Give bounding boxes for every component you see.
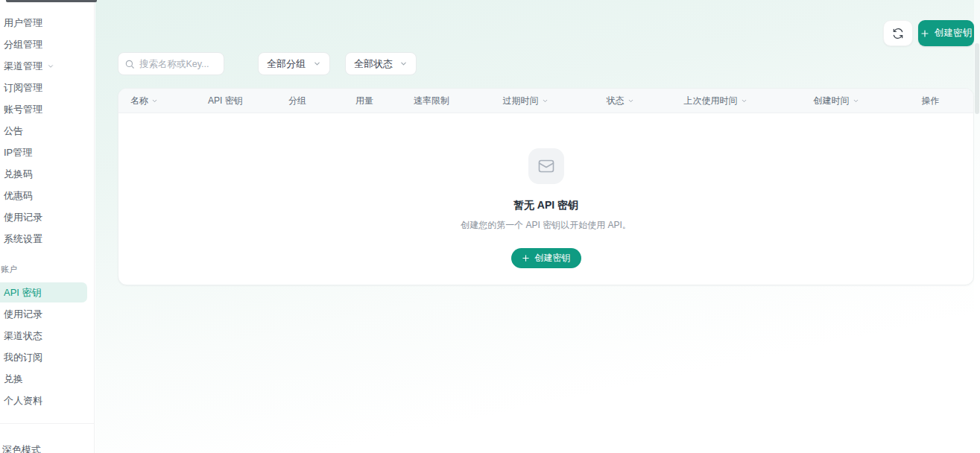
group-filter-select[interactable]: 全部分组 bbox=[258, 52, 330, 75]
create-key-button[interactable]: 创建密钥 bbox=[918, 20, 974, 46]
sidebar-item-announcement[interactable]: 公告 bbox=[0, 121, 87, 141]
sidebar-item-label: 公告 bbox=[4, 124, 23, 138]
sidebar-item-label: 使用记录 bbox=[4, 211, 42, 224]
sort-chevron-icon bbox=[741, 98, 747, 104]
sort-chevron-icon bbox=[151, 98, 158, 104]
chevron-down-icon bbox=[313, 60, 321, 68]
column-header-group: 分组 bbox=[260, 95, 335, 107]
scrollbar-track[interactable] bbox=[974, 0, 980, 453]
empty-state: 暂无 API 密钥 创建您的第一个 API 密钥以开始使用 API。 创建密钥 bbox=[118, 113, 973, 268]
sidebar-item-label: 兑换码 bbox=[4, 168, 33, 181]
column-header-expiry-time[interactable]: 过期时间 bbox=[469, 95, 582, 107]
sidebar-item-label: API 密钥 bbox=[4, 286, 42, 300]
column-label: 速率限制 bbox=[414, 95, 449, 107]
sidebar-item-api-keys[interactable]: API 密钥 bbox=[0, 282, 87, 302]
main-content: 创建密钥 全部分组 全部状态 bbox=[95, 0, 980, 453]
sidebar-item-usage-records[interactable]: 使用记录 bbox=[0, 304, 87, 324]
table-header-row: 名称 API 密钥 分组 用量 速率限制 过期时间 bbox=[118, 89, 973, 113]
column-label: 分组 bbox=[288, 95, 306, 107]
column-header-rate-limit: 速率限制 bbox=[394, 95, 469, 107]
chevron-down-icon bbox=[399, 60, 408, 68]
column-label: 上次使用时间 bbox=[684, 95, 738, 107]
empty-state-description: 创建您的第一个 API 密钥以开始使用 API。 bbox=[461, 219, 631, 232]
sidebar-item-profile[interactable]: 个人资料 bbox=[0, 390, 87, 411]
empty-state-create-key-label: 创建密钥 bbox=[535, 252, 571, 264]
api-keys-table: 名称 API 密钥 分组 用量 速率限制 过期时间 bbox=[118, 88, 974, 285]
sidebar-item-coupon-code[interactable]: 优惠码 bbox=[0, 186, 87, 206]
sort-chevron-icon bbox=[542, 98, 549, 104]
sidebar-item-label: 分组管理 bbox=[4, 38, 42, 51]
sidebar-admin-nav: 用户管理 分组管理 渠道管理 订阅管理 账号管理 公告 IP管理 兑换码 优惠码… bbox=[0, 0, 94, 249]
search-box bbox=[118, 52, 224, 75]
column-header-name[interactable]: 名称 bbox=[130, 95, 208, 107]
column-label: 用量 bbox=[355, 95, 373, 107]
column-label: 创建时间 bbox=[814, 95, 850, 107]
sidebar-item-label: IP管理 bbox=[4, 146, 32, 159]
refresh-icon bbox=[892, 28, 904, 39]
column-header-status[interactable]: 状态 bbox=[582, 95, 658, 107]
sidebar-item-usage-log-admin[interactable]: 使用记录 bbox=[0, 207, 87, 227]
column-label: 操作 bbox=[922, 95, 940, 107]
sidebar-item-label: 订阅管理 bbox=[4, 81, 42, 95]
app-window: 用户管理 分组管理 渠道管理 订阅管理 账号管理 公告 IP管理 兑换码 优惠码… bbox=[0, 0, 980, 453]
column-label: 状态 bbox=[607, 95, 625, 107]
dark-mode-toggle[interactable]: 深色模式 bbox=[0, 443, 94, 453]
sidebar-item-label: 系统设置 bbox=[4, 232, 42, 246]
sidebar-item-label: 个人资料 bbox=[4, 394, 42, 408]
sidebar-footer: 深色模式 bbox=[0, 423, 94, 453]
column-label: 过期时间 bbox=[503, 95, 539, 107]
sidebar-item-label: 优惠码 bbox=[4, 189, 33, 203]
refresh-button[interactable] bbox=[883, 20, 913, 46]
column-header-api-key: API 密钥 bbox=[208, 95, 260, 107]
column-header-last-used[interactable]: 上次使用时间 bbox=[658, 95, 773, 107]
envelope-icon bbox=[537, 157, 555, 175]
sidebar-user-nav: API 密钥 使用记录 渠道状态 我的订阅 兑换 个人资料 bbox=[0, 282, 94, 411]
create-key-button-label: 创建密钥 bbox=[935, 27, 972, 39]
empty-state-icon-box bbox=[528, 148, 564, 184]
filter-bar: 全部分组 全部状态 bbox=[118, 52, 417, 75]
sidebar-item-channel-management[interactable]: 渠道管理 bbox=[0, 56, 87, 76]
sidebar-item-label: 使用记录 bbox=[4, 308, 42, 321]
sidebar-item-channel-status[interactable]: 渠道状态 bbox=[0, 326, 87, 346]
plus-icon bbox=[522, 254, 530, 262]
column-header-actions: 操作 bbox=[900, 95, 961, 107]
column-header-usage: 用量 bbox=[335, 95, 394, 107]
sidebar-item-redemption-code[interactable]: 兑换码 bbox=[0, 164, 87, 184]
sort-chevron-icon bbox=[853, 98, 859, 104]
sidebar-item-group-management[interactable]: 分组管理 bbox=[0, 34, 87, 54]
group-filter-value: 全部分组 bbox=[267, 57, 306, 71]
sidebar: 用户管理 分组管理 渠道管理 订阅管理 账号管理 公告 IP管理 兑换码 优惠码… bbox=[0, 0, 95, 453]
sidebar-item-label: 账号管理 bbox=[4, 103, 42, 116]
sidebar-item-label: 渠道状态 bbox=[4, 329, 42, 343]
sidebar-item-account-management[interactable]: 账号管理 bbox=[0, 99, 87, 119]
status-filter-select[interactable]: 全部状态 bbox=[345, 52, 417, 75]
sidebar-item-subscription-management[interactable]: 订阅管理 bbox=[0, 77, 87, 98]
scrollbar-thumb[interactable] bbox=[975, 43, 979, 114]
search-icon bbox=[124, 59, 135, 69]
empty-state-create-key-button[interactable]: 创建密钥 bbox=[511, 248, 581, 268]
sidebar-item-label: 我的订阅 bbox=[4, 351, 42, 364]
sidebar-item-user-management[interactable]: 用户管理 bbox=[0, 13, 87, 33]
column-label: 名称 bbox=[130, 95, 148, 107]
sidebar-item-label: 渠道管理 bbox=[4, 60, 42, 73]
search-input[interactable] bbox=[139, 59, 218, 69]
sidebar-top-accent bbox=[6, 0, 97, 2]
sort-chevron-icon bbox=[627, 98, 634, 104]
sidebar-item-my-subscriptions[interactable]: 我的订阅 bbox=[0, 347, 87, 367]
column-header-created-time[interactable]: 创建时间 bbox=[773, 95, 900, 107]
sidebar-item-label: 兑换 bbox=[4, 373, 23, 386]
column-label: API 密钥 bbox=[208, 95, 243, 107]
plus-icon bbox=[920, 29, 929, 38]
sidebar-item-system-settings[interactable]: 系统设置 bbox=[0, 229, 87, 249]
sidebar-item-label: 用户管理 bbox=[4, 16, 42, 30]
empty-state-title: 暂无 API 密钥 bbox=[513, 199, 578, 212]
chevron-down-icon bbox=[47, 63, 54, 70]
status-filter-value: 全部状态 bbox=[354, 57, 393, 71]
sidebar-section-label: 账户 bbox=[0, 264, 94, 275]
sidebar-item-redeem[interactable]: 兑换 bbox=[0, 369, 87, 389]
sidebar-item-ip-management[interactable]: IP管理 bbox=[0, 142, 87, 162]
